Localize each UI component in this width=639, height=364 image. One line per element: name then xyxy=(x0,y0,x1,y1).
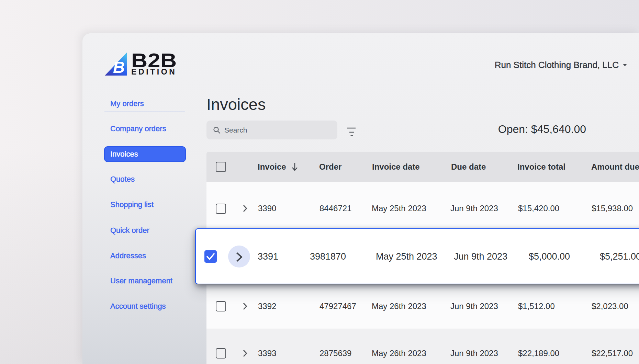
svg-text:B: B xyxy=(113,58,125,76)
svg-text:EDITION: EDITION xyxy=(131,67,177,76)
